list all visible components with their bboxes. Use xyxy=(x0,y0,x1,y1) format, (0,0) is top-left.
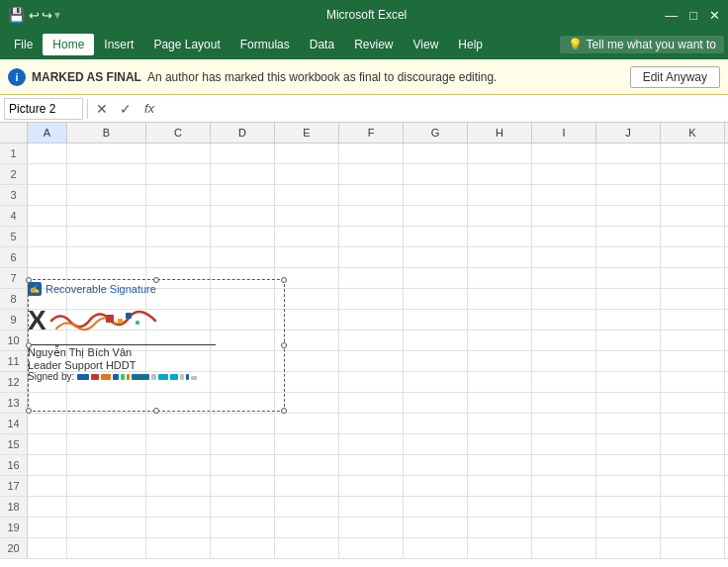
cell-e6[interactable] xyxy=(275,247,339,267)
cell-i20[interactable] xyxy=(532,538,596,558)
col-header-k[interactable]: K xyxy=(661,123,725,142)
cell-j12[interactable] xyxy=(596,372,661,392)
cell-d15[interactable] xyxy=(211,434,275,454)
cell-i5[interactable] xyxy=(532,227,596,246)
cell-a8[interactable] xyxy=(28,289,67,309)
cell-c10[interactable] xyxy=(146,331,211,350)
col-header-d[interactable]: D xyxy=(211,123,275,142)
cell-f12[interactable] xyxy=(339,372,404,392)
cell-e11[interactable] xyxy=(275,351,339,371)
cell-k12[interactable] xyxy=(661,372,725,392)
cell-b13[interactable] xyxy=(67,393,146,413)
cell-e7[interactable] xyxy=(275,268,339,288)
cell-c9[interactable] xyxy=(146,310,211,330)
cell-a15[interactable] xyxy=(28,434,67,454)
cell-h16[interactable] xyxy=(468,455,532,475)
cell-e9[interactable] xyxy=(275,310,339,330)
cell-h17[interactable] xyxy=(468,476,532,496)
cell-h5[interactable] xyxy=(468,227,532,246)
save-icon[interactable]: 💾 xyxy=(8,7,25,23)
cell-g14[interactable] xyxy=(404,414,468,433)
cell-f4[interactable] xyxy=(339,206,404,226)
cell-h9[interactable] xyxy=(468,310,532,330)
cell-i8[interactable] xyxy=(532,289,596,309)
cell-f6[interactable] xyxy=(339,247,404,267)
function-button[interactable]: fx xyxy=(139,99,159,119)
cell-e16[interactable] xyxy=(275,455,339,475)
cell-d9[interactable] xyxy=(211,310,275,330)
cell-a4[interactable] xyxy=(28,206,67,226)
col-header-b[interactable]: B xyxy=(67,123,146,142)
cell-d10[interactable] xyxy=(211,331,275,350)
redo-icon[interactable]: ↪ xyxy=(42,8,52,23)
cell-d20[interactable] xyxy=(211,538,275,558)
cell-e2[interactable] xyxy=(275,164,339,184)
undo-icon[interactable]: ↩ xyxy=(29,8,40,23)
cell-e1[interactable] xyxy=(275,143,339,163)
cell-d17[interactable] xyxy=(211,476,275,496)
cell-j5[interactable] xyxy=(596,227,661,246)
cell-k7[interactable] xyxy=(661,268,725,288)
cell-c13[interactable] xyxy=(146,393,211,413)
cell-f2[interactable] xyxy=(339,164,404,184)
cell-j4[interactable] xyxy=(596,206,661,226)
cell-f20[interactable] xyxy=(339,538,404,558)
cell-f10[interactable] xyxy=(339,331,404,350)
cell-h12[interactable] xyxy=(468,372,532,392)
cell-a5[interactable] xyxy=(28,227,67,246)
cell-a6[interactable] xyxy=(28,247,67,267)
cell-i9[interactable] xyxy=(532,310,596,330)
cell-d8[interactable] xyxy=(211,289,275,309)
cell-f3[interactable] xyxy=(339,185,404,205)
col-header-h[interactable]: H xyxy=(468,123,532,142)
cell-a17[interactable] xyxy=(28,476,67,496)
cell-c19[interactable] xyxy=(146,518,211,537)
cell-k16[interactable] xyxy=(661,455,725,475)
cell-g7[interactable] xyxy=(404,268,468,288)
cell-j11[interactable] xyxy=(596,351,661,371)
cell-c1[interactable] xyxy=(146,143,211,163)
cell-k19[interactable] xyxy=(661,518,725,537)
cell-e4[interactable] xyxy=(275,206,339,226)
cell-g4[interactable] xyxy=(404,206,468,226)
cell-j14[interactable] xyxy=(596,414,661,433)
cell-b6[interactable] xyxy=(67,247,146,267)
cell-d13[interactable] xyxy=(211,393,275,413)
cell-j9[interactable] xyxy=(596,310,661,330)
cell-h13[interactable] xyxy=(468,393,532,413)
cell-e3[interactable] xyxy=(275,185,339,205)
cell-a11[interactable] xyxy=(28,351,67,371)
edit-anyway-button[interactable]: Edit Anyway xyxy=(630,66,720,88)
cell-f15[interactable] xyxy=(339,434,404,454)
cell-i18[interactable] xyxy=(532,497,596,517)
cell-d1[interactable] xyxy=(211,143,275,163)
cell-f9[interactable] xyxy=(339,310,404,330)
cell-h1[interactable] xyxy=(468,143,532,163)
cell-k3[interactable] xyxy=(661,185,725,205)
cell-i15[interactable] xyxy=(532,434,596,454)
name-box[interactable] xyxy=(4,98,83,120)
cell-b9[interactable] xyxy=(67,310,146,330)
cell-e19[interactable] xyxy=(275,518,339,537)
cell-d7[interactable] xyxy=(211,268,275,288)
cell-b20[interactable] xyxy=(67,538,146,558)
cell-a1[interactable] xyxy=(28,143,67,163)
cell-k20[interactable] xyxy=(661,538,725,558)
cell-e13[interactable] xyxy=(275,393,339,413)
cell-j10[interactable] xyxy=(596,331,661,350)
cell-g20[interactable] xyxy=(404,538,468,558)
cell-c17[interactable] xyxy=(146,476,211,496)
cell-g12[interactable] xyxy=(404,372,468,392)
cell-b12[interactable] xyxy=(67,372,146,392)
cell-b17[interactable] xyxy=(67,476,146,496)
cell-c6[interactable] xyxy=(146,247,211,267)
col-header-e[interactable]: E xyxy=(275,123,339,142)
cell-j1[interactable] xyxy=(596,143,661,163)
cell-d4[interactable] xyxy=(211,206,275,226)
cell-d19[interactable] xyxy=(211,518,275,537)
cell-i13[interactable] xyxy=(532,393,596,413)
cell-d6[interactable] xyxy=(211,247,275,267)
tab-page-layout[interactable]: Page Layout xyxy=(143,34,229,55)
cell-b10[interactable] xyxy=(67,331,146,350)
cell-h11[interactable] xyxy=(468,351,532,371)
